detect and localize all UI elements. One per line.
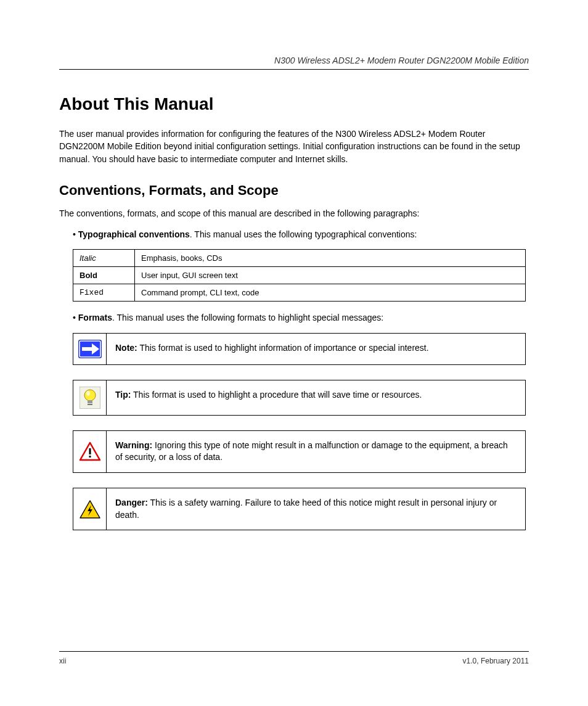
lightbulb-icon — [80, 387, 100, 409]
conventions-table: Italic Emphasis, books, CDs Bold User in… — [73, 249, 526, 302]
svg-rect-4 — [88, 400, 92, 403]
section-heading-conventions: Conventions, Formats, and Scope — [59, 183, 529, 199]
table-cell: User input, GUI screen text — [135, 267, 526, 284]
svg-rect-5 — [88, 404, 92, 405]
table-row: Fixed Command prompt, CLI text, code — [73, 284, 526, 302]
table-cell: Command prompt, CLI text, code — [135, 284, 526, 302]
warning-label: Warning: — [115, 440, 152, 450]
conventions-intro: The conventions, formats, and scope of t… — [59, 207, 529, 220]
running-header: N300 Wireless ADSL2+ Modem Router DGN220… — [59, 55, 529, 65]
warning-icon-cell — [73, 431, 107, 472]
intro-paragraph: The user manual provides information for… — [59, 128, 529, 165]
table-cell: Italic — [73, 250, 135, 267]
table-cell: Emphasis, books, CDs — [135, 250, 526, 267]
svg-rect-7 — [89, 448, 91, 454]
typographical-bullet: • Typographical conventions. This manual… — [73, 228, 529, 240]
typographical-bullet-tail: . This manual uses the following typogra… — [190, 229, 417, 239]
note-body: This format is used to highlight informa… — [137, 343, 429, 353]
note-text: Note: This format is used to highlight i… — [107, 334, 525, 364]
table-cell: Bold — [73, 267, 135, 284]
formats-bullet: • Formats. This manual uses the followin… — [73, 311, 529, 324]
svg-point-6 — [86, 391, 90, 396]
formats-bullet-tail: . This manual uses the following formats… — [112, 313, 383, 322]
formats-bullet-lead: Formats — [78, 313, 112, 322]
tip-icon-cell — [73, 380, 107, 415]
tip-text: Tip: This format is used to highlight a … — [107, 380, 525, 415]
page-title: About This Manual — [59, 94, 529, 114]
danger-icon-cell — [73, 488, 107, 530]
version-date: v1.0, February 2011 — [463, 657, 529, 665]
note-callout: Note: This format is used to highlight i… — [73, 333, 526, 365]
tip-body: This format is used to highlight a proce… — [131, 390, 422, 400]
danger-label: Danger: — [115, 498, 148, 507]
table-cell: Fixed — [73, 284, 135, 302]
lightning-triangle-icon — [79, 499, 101, 519]
table-row: Bold User input, GUI screen text — [73, 267, 526, 284]
warning-body: Ignoring this type of note might result … — [115, 440, 508, 462]
danger-body: This is a safety warning. Failure to tak… — [115, 498, 497, 520]
header-rule — [59, 69, 529, 70]
page-footer: xii v1.0, February 2011 — [59, 651, 529, 665]
note-icon-cell — [73, 334, 107, 364]
table-row: Italic Emphasis, books, CDs — [73, 250, 526, 267]
warning-triangle-icon — [79, 441, 101, 461]
arrow-right-icon — [78, 340, 102, 358]
svg-rect-8 — [89, 456, 91, 458]
danger-text: Danger: This is a safety warning. Failur… — [107, 488, 525, 530]
svg-point-3 — [84, 390, 96, 401]
typographical-bullet-lead: Typographical conventions — [78, 229, 190, 239]
tip-label: Tip: — [115, 390, 131, 400]
tip-callout: Tip: This format is used to highlight a … — [73, 380, 526, 416]
footer-rule — [59, 651, 529, 652]
warning-callout: Warning: Ignoring this type of note migh… — [73, 430, 526, 473]
warning-text: Warning: Ignoring this type of note migh… — [107, 431, 525, 472]
note-label: Note: — [115, 343, 137, 353]
danger-callout: Danger: This is a safety warning. Failur… — [73, 488, 526, 530]
page-number: xii — [59, 657, 66, 665]
